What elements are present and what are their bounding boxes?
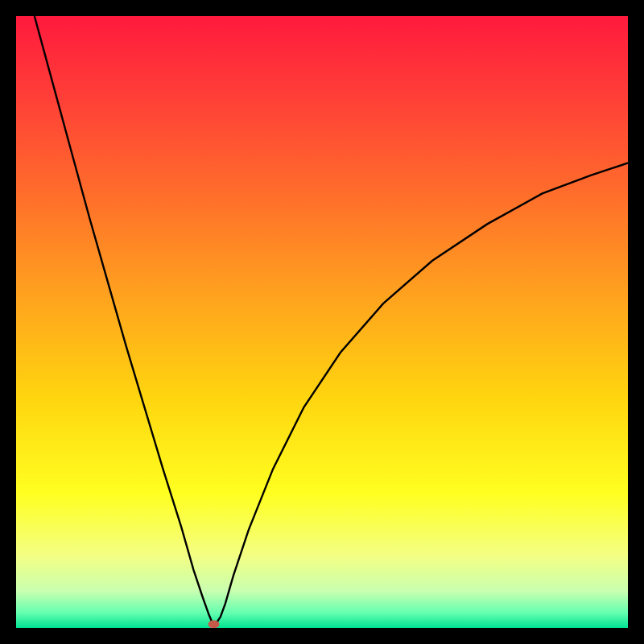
chart-background [16, 16, 628, 628]
chart-frame: TheBottleneck.com [16, 16, 628, 628]
optimal-marker [208, 620, 219, 628]
bottleneck-chart [16, 16, 628, 628]
